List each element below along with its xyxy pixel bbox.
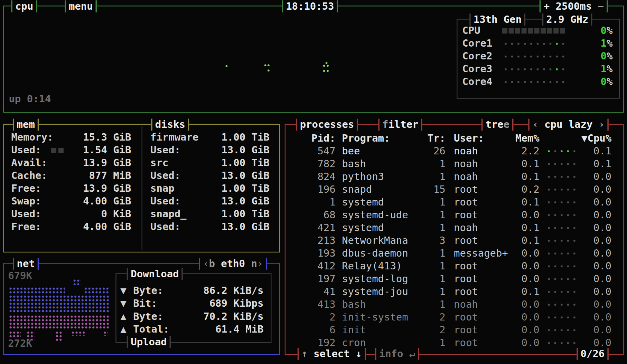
disk-stats-list: firmware 1.00 TiB Used: 13.0 GiB src 1.0… <box>143 131 278 233</box>
sort-selector[interactable]: ‹ cpu lazy › <box>528 119 609 131</box>
scroll-down-icon[interactable]: ↓ <box>356 348 362 360</box>
process-cpu: 0.0 <box>581 285 611 298</box>
process-program: init <box>342 324 366 336</box>
column-header-program[interactable]: Program: <box>342 132 390 145</box>
stat-row: Used: 13.0 GiB <box>143 221 278 233</box>
cpu-graph-dot-cluster <box>326 62 328 64</box>
net-device-switcher[interactable]: ‹b eth0 n› <box>199 258 267 270</box>
process-program: dbus-daemon <box>342 247 408 260</box>
menu-button[interactable]: menu <box>65 0 97 12</box>
process-mem: 2.2 <box>509 145 540 157</box>
stat-value: 13.9 GiB <box>44 182 131 195</box>
column-header-cpu[interactable]: ▼Cpu% <box>581 132 611 145</box>
select-control[interactable]: ↑ select ↓ <box>298 348 366 360</box>
stat-label: Free: <box>11 182 41 195</box>
core-label: Core1 <box>462 37 492 50</box>
net-stat-label: Total: <box>133 323 169 336</box>
stat-value: 4.00 GiB <box>44 221 131 233</box>
process-row[interactable]: 824 python3 1 noah 0.1 0.0 <box>286 170 623 183</box>
process-threads: 1 <box>418 196 446 209</box>
process-row[interactable]: 782 bash 1 noah 0.1 0.1 <box>286 157 623 170</box>
process-mem: 0.2 <box>509 183 540 196</box>
update-interval-control[interactable]: + 2500ms − <box>540 0 608 12</box>
process-pid: 413 <box>298 298 336 311</box>
process-cpu: 0.0 <box>581 324 611 336</box>
info-button[interactable]: info ↵ <box>375 348 419 360</box>
interval-increase-button[interactable]: + <box>544 0 550 12</box>
core-usage-meter <box>502 76 572 88</box>
process-row[interactable]: 192 cron 1 root 0.0 0.0 <box>286 336 623 349</box>
mem-box-title: mem <box>13 119 39 131</box>
process-pid: 824 <box>298 170 336 183</box>
column-header-mem[interactable]: Mem% <box>509 132 540 145</box>
process-row[interactable]: 6 init 2 root 0.0 0.0 <box>286 324 623 336</box>
core-usage-value: 0% <box>581 50 613 63</box>
upload-graph-band <box>9 315 110 329</box>
sort-next-icon[interactable]: › <box>599 119 605 131</box>
process-mem: 0.0 <box>509 298 540 311</box>
process-mem: 0.0 <box>509 336 540 349</box>
process-cpu: 0.0 <box>581 272 611 285</box>
device-name: eth0 <box>221 258 245 269</box>
process-user: root <box>454 183 478 196</box>
cpu-graph-dot-cluster <box>225 65 227 67</box>
sort-prev-icon[interactable]: ‹ <box>532 119 538 131</box>
process-program: bash <box>342 298 366 311</box>
stat-value: 4.00 GiB <box>44 195 131 208</box>
column-header-threads[interactable]: Tr: <box>418 132 446 145</box>
column-header-pid[interactable]: Pid: <box>298 132 336 145</box>
process-row[interactable]: 41 systemd-jou 1 root 0.1 0.0 <box>286 285 623 298</box>
process-cpu: 0.0 <box>581 298 611 311</box>
direction-arrow-icon: ▼ <box>120 297 126 310</box>
filter-button[interactable]: filter <box>378 119 422 131</box>
process-user: root <box>454 234 478 247</box>
process-cpu: 0.0 <box>581 260 611 272</box>
process-user: messageb+ <box>454 247 508 260</box>
process-threads: 3 <box>418 234 446 247</box>
device-next-icon[interactable]: › <box>257 258 263 269</box>
stat-value: 1.00 TiB <box>187 131 269 144</box>
process-cpu: 0.1 <box>581 145 611 157</box>
stat-row: Used: 13.0 GiB <box>143 170 278 182</box>
stat-row: Used: 13.0 GiB <box>143 144 278 156</box>
process-row[interactable]: 197 systemd-log 1 root 0.0 0.0 <box>286 272 623 285</box>
process-pid: 197 <box>298 272 336 285</box>
process-mem: 0.0 <box>509 324 540 336</box>
process-row[interactable]: 1 systemd 1 root 0.1 0.0 <box>286 196 623 209</box>
stat-row: firmware 1.00 TiB <box>143 131 278 144</box>
tree-button[interactable]: tree <box>481 119 514 131</box>
direction-arrow-icon: ▲ <box>120 323 126 336</box>
process-row[interactable]: 213 NetworkMana 3 root 0.1 0.0 <box>286 234 623 247</box>
direction-arrow-icon: ▼ <box>120 285 126 297</box>
mem-disks-box: mem disks Memory: 15.3 GiB Used: 1.54 Gi… <box>3 124 280 253</box>
process-mem: 0.1 <box>509 285 540 298</box>
net-box: net ‹b eth0 n› 679K 272K Download Upload… <box>3 263 280 355</box>
stat-label: Used: <box>150 170 180 182</box>
process-program: cron <box>342 336 366 349</box>
process-pid: 41 <box>298 285 336 298</box>
process-pid: 412 <box>298 260 336 272</box>
process-row[interactable]: 413 bash 1 noah 0.0 0.0 <box>286 298 623 311</box>
process-row[interactable]: 196 snapd 15 root 0.2 0.0 <box>286 183 623 196</box>
net-scale-top: 679K <box>8 269 32 282</box>
process-cpu: 0.0 <box>581 234 611 247</box>
process-row[interactable]: 421 systemd 1 noah 0.1 0.0 <box>286 221 623 234</box>
process-mem: 0.0 <box>509 260 540 272</box>
process-program: NetworkMana <box>342 234 408 247</box>
process-cpu: 0.0 <box>581 209 611 221</box>
scroll-up-icon[interactable]: ↑ <box>301 348 307 360</box>
process-row[interactable]: 547 bee 26 noah 2.2 0.1 <box>286 145 623 157</box>
process-row[interactable]: 412 Relay(413) 1 root 0.0 0.0 <box>286 260 623 272</box>
net-stat-value: 86.2 KiB/s <box>172 285 264 297</box>
column-header-user[interactable]: User: <box>454 132 484 145</box>
process-user: root <box>454 272 478 285</box>
process-row[interactable]: 193 dbus-daemon 1 messageb+ 0.0 0.0 <box>286 247 623 260</box>
process-cpu-mini-graph <box>545 145 578 157</box>
interval-decrease-button[interactable]: − <box>598 0 603 12</box>
process-row[interactable]: 68 systemd-ude 1 root 0.0 0.0 <box>286 209 623 221</box>
process-threads: 1 <box>418 285 446 298</box>
core-usage-meter <box>502 25 572 37</box>
process-cpu-mini-graph <box>545 209 578 221</box>
process-row[interactable]: 2 init-system 2 root 0.0 0.0 <box>286 311 623 324</box>
device-prev-icon[interactable]: ‹ <box>203 258 209 269</box>
